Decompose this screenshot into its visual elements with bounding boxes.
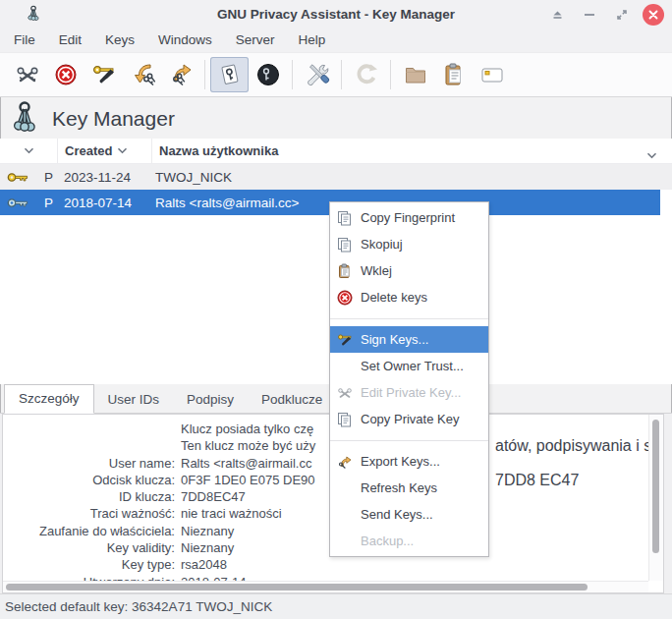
tab-podklucze[interactable]: Podklucze	[248, 386, 336, 413]
tab-podpisy[interactable]: Podpisy	[173, 386, 248, 413]
preferences-icon	[305, 62, 330, 87]
menu-file[interactable]: File	[2, 28, 47, 52]
shade-button[interactable]	[545, 3, 569, 27]
status-text: Selected default key: 36342A71 TWOJ_NICK	[5, 599, 272, 614]
key-user-id: TWOJ_NICK	[151, 170, 672, 185]
close-button[interactable]	[643, 4, 664, 26]
toolbar-separator	[390, 60, 391, 89]
export-keys-icon	[337, 454, 353, 470]
delete-keys-button[interactable]	[46, 57, 84, 92]
clipboard-icon	[441, 62, 467, 87]
preferences-button[interactable]	[298, 57, 336, 92]
menu-item-backup: Backup...	[330, 528, 488, 554]
minimize-button[interactable]	[578, 3, 601, 27]
detailed-view-icon	[255, 62, 281, 87]
menu-keys[interactable]: Keys	[93, 28, 146, 52]
statusbar: Selected default key: 36342A71 TWOJ_NICK	[0, 593, 672, 619]
edit-key-icon	[337, 385, 353, 401]
files-button[interactable]	[396, 57, 434, 92]
menu-edit[interactable]: Edit	[47, 28, 93, 52]
page-header: Key Manager	[0, 97, 672, 141]
menu-item-copy-fingerprint[interactable]: Copy Fingerprint	[330, 204, 488, 231]
silver-key-icon	[7, 197, 28, 208]
secret-flag: P	[44, 196, 53, 210]
menu-item-sign-keys[interactable]: Sign Keys...	[330, 326, 488, 353]
keys-bunch-icon	[10, 100, 39, 138]
files-icon	[403, 62, 428, 87]
card-manager-button[interactable]	[473, 57, 511, 92]
detail-label	[3, 421, 175, 437]
horizontal-scrollbar[interactable]	[3, 581, 648, 592]
menu-item-skopiuj[interactable]: Skopiuj	[330, 231, 488, 257]
expander-column-header[interactable]	[0, 147, 57, 154]
secret-flag: P	[44, 170, 53, 185]
shade-icon	[551, 10, 564, 20]
menu-help[interactable]: Help	[287, 28, 338, 52]
menu-server[interactable]: Server	[224, 28, 287, 52]
key-created: 2018-07-14	[57, 196, 151, 210]
vertical-scrollbar-thumb[interactable]	[652, 420, 659, 553]
edit-key-button[interactable]	[8, 57, 46, 92]
detail-label: Key validity:	[3, 539, 175, 556]
detail-value: Klucz posiada tylko czę	[181, 421, 313, 437]
column-menu-chevron-icon[interactable]	[646, 147, 657, 162]
menu-item-send-keys[interactable]: Send Keys...	[330, 501, 488, 528]
brief-view-icon	[217, 62, 243, 87]
detail-label: Key type:	[3, 556, 175, 573]
detail-label: User name:	[3, 455, 175, 472]
detailed-view-button[interactable]	[249, 57, 287, 92]
export-keys-button[interactable]	[161, 57, 199, 92]
detail-label: Zaufanie do właściciela:	[3, 523, 175, 539]
created-column-header[interactable]: Created	[57, 139, 151, 163]
delete-icon	[337, 290, 353, 306]
username-column-header[interactable]: Nazwa użytkownika	[151, 139, 672, 163]
menu-item-export-keys[interactable]: Export Keys...	[330, 448, 488, 475]
import-keys-button[interactable]	[123, 57, 161, 92]
detail-label: Odcisk klucza:	[3, 472, 175, 488]
toolbar-separator	[292, 60, 293, 89]
detail-value: Ralts <ralts@airmail.cc	[181, 455, 311, 472]
key-row[interactable]: P 2023-11-24 TWOJ_NICK	[0, 164, 672, 190]
detail-value: Nieznany	[181, 523, 234, 539]
titlebar[interactable]: GNU Privacy Assistant - Key Manager	[0, 0, 672, 28]
sort-chevron-icon	[117, 147, 128, 154]
key-list-header: Created Nazwa użytkownika	[0, 139, 672, 164]
horizontal-scrollbar-thumb[interactable]	[6, 584, 588, 591]
tab-user-ids[interactable]: User IDs	[94, 386, 174, 413]
clipboard-button[interactable]	[434, 57, 473, 92]
detail-value: 7DD8EC47	[181, 488, 246, 505]
key-created: 2023-11-24	[57, 170, 151, 185]
delete-icon	[54, 63, 78, 86]
chevron-down-icon	[24, 147, 34, 154]
gpa-key-manager-window: GNU Privacy Assistant - Key Manager File…	[0, 0, 672, 619]
menu-item-refresh-keys[interactable]: Refresh Keys	[330, 475, 488, 501]
details-content: Klucz posiada tylko czę Ten klucz może b…	[3, 415, 648, 581]
page-title: Key Manager	[52, 107, 175, 131]
menu-item-delete-keys[interactable]: Delete keys	[330, 284, 488, 310]
context-menu: Copy Fingerprint Skopiuj Wklej Delete ke…	[329, 201, 489, 557]
menu-separator	[330, 310, 488, 326]
menubar: File Edit Keys Windows Server Help	[0, 28, 672, 52]
gold-key-icon	[7, 172, 28, 183]
vertical-scrollbar[interactable]	[648, 415, 663, 581]
sign-keys-button[interactable]	[84, 57, 123, 92]
refresh-button[interactable]	[347, 57, 385, 92]
card-manager-icon	[479, 62, 505, 87]
menu-item-edit-private-key: Edit Private Key...	[330, 379, 488, 406]
minimize-icon	[584, 13, 595, 17]
copy-icon	[337, 210, 353, 226]
detail-value: 2018-07-14	[181, 574, 247, 581]
copy-icon	[337, 412, 353, 427]
menu-item-set-owner-trust[interactable]: Set Owner Trust...	[330, 353, 488, 379]
menu-item-wklej[interactable]: Wklej	[330, 257, 488, 284]
maximize-button[interactable]	[610, 3, 634, 27]
detail-value-continuation: 7DD8 EC47	[495, 472, 579, 488]
menu-item-copy-private-key[interactable]: Copy Private Key	[330, 406, 488, 432]
toolbar-separator	[204, 60, 205, 89]
export-keys-icon	[168, 62, 194, 87]
brief-view-button[interactable]	[210, 57, 249, 92]
menu-windows[interactable]: Windows	[146, 28, 224, 52]
paste-icon	[337, 263, 353, 279]
tab-szczegoly[interactable]: Szczegóły	[4, 384, 94, 414]
detail-value: Ten klucz może być uży	[181, 437, 315, 454]
